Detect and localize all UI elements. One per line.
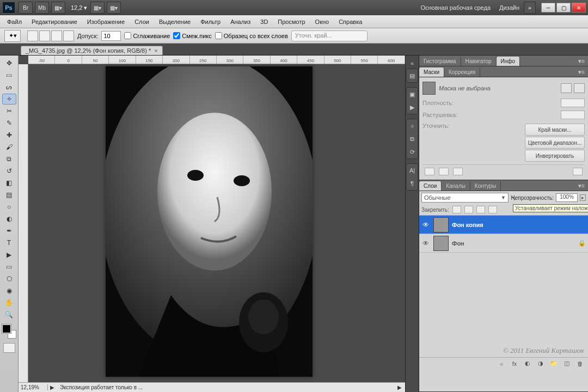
layer-name[interactable]: Фон копия bbox=[452, 222, 483, 228]
status-zoom[interactable]: 12,19% bbox=[19, 384, 48, 390]
panel-menu-icon[interactable]: ▾≡ bbox=[575, 57, 588, 66]
menu-3d[interactable]: 3D bbox=[255, 19, 273, 25]
workspace-expand-button[interactable]: » bbox=[524, 2, 536, 14]
panel-menu-icon[interactable]: ▾≡ bbox=[575, 181, 588, 191]
gradient-tool[interactable]: ▤ bbox=[2, 189, 16, 200]
opacity-flyout-icon[interactable]: ▸ bbox=[580, 194, 586, 201]
pen-tool[interactable]: ✒ bbox=[2, 225, 16, 236]
lock-position-icon[interactable] bbox=[476, 206, 485, 213]
pixel-mask-button[interactable] bbox=[561, 83, 572, 93]
tab-navigator[interactable]: Навигатор bbox=[461, 57, 497, 66]
clone-stamp-tool[interactable]: ⧉ bbox=[2, 154, 16, 164]
type-tool[interactable]: T bbox=[2, 237, 16, 248]
contiguous-checkbox[interactable]: Смеж.пикс bbox=[173, 32, 211, 39]
history-panel-icon[interactable]: ▤ bbox=[408, 71, 416, 80]
history-brush-tool[interactable]: ↺ bbox=[2, 166, 16, 176]
apply-mask-icon[interactable] bbox=[439, 168, 449, 175]
lock-transparency-icon[interactable] bbox=[452, 206, 461, 213]
tab-correction[interactable]: Коррекция bbox=[444, 68, 480, 77]
tab-histogram[interactable]: Гистограмма bbox=[419, 57, 461, 66]
link-layers-icon[interactable]: ⟐ bbox=[497, 359, 506, 368]
minimize-button[interactable]: ─ bbox=[541, 3, 555, 13]
healing-brush-tool[interactable]: ✚ bbox=[2, 130, 16, 140]
blur-tool[interactable]: ○ bbox=[2, 201, 16, 212]
menu-window[interactable]: Окно bbox=[310, 19, 334, 25]
brush-tool[interactable]: 🖌 bbox=[2, 142, 16, 152]
marquee-tool[interactable]: ▭ bbox=[2, 70, 16, 81]
menu-filter[interactable]: Фильтр bbox=[195, 19, 225, 25]
visibility-icon[interactable]: 👁 bbox=[421, 239, 430, 248]
new-selection-button[interactable] bbox=[27, 30, 38, 41]
move-tool[interactable]: ✥ bbox=[2, 58, 16, 69]
hand-tool[interactable]: ✋ bbox=[2, 297, 16, 308]
invert-button[interactable]: Инвертировать bbox=[525, 150, 585, 162]
workspace-main[interactable]: Основная рабочая среда bbox=[416, 4, 495, 11]
minibridge-button[interactable]: Mb bbox=[35, 2, 49, 14]
quick-mask-button[interactable] bbox=[3, 343, 15, 353]
3d-camera-tool[interactable]: ◉ bbox=[2, 285, 16, 296]
view-extras-button[interactable]: ▦▾ bbox=[90, 2, 105, 14]
brush-panel-icon[interactable]: ⟐ bbox=[408, 121, 416, 130]
tab-layers[interactable]: Слои bbox=[419, 181, 442, 191]
magic-wand-tool[interactable]: ✧ bbox=[2, 94, 16, 105]
menu-help[interactable]: Справка bbox=[334, 19, 367, 25]
antialias-checkbox[interactable]: Сглаживание bbox=[124, 32, 170, 39]
add-selection-button[interactable] bbox=[39, 30, 50, 41]
arrange-docs-button[interactable]: ▦▾ bbox=[51, 2, 65, 14]
tool-preset-icon[interactable]: ✦▾ bbox=[4, 30, 21, 42]
subtract-selection-button[interactable] bbox=[51, 30, 62, 41]
shape-tool[interactable]: ▭ bbox=[2, 261, 16, 272]
mask-edge-button[interactable]: Край маски... bbox=[525, 124, 585, 136]
paragraph-panel-icon[interactable]: ¶ bbox=[408, 179, 416, 188]
menu-file[interactable]: Файл bbox=[2, 19, 27, 25]
eraser-tool[interactable]: ◧ bbox=[2, 177, 16, 188]
menu-view[interactable]: Просмотр bbox=[273, 19, 310, 25]
delete-layer-icon[interactable]: 🗑 bbox=[575, 359, 585, 368]
eyedropper-tool[interactable]: ✎ bbox=[2, 118, 16, 128]
delete-mask-icon[interactable] bbox=[573, 168, 583, 175]
zoom-tool[interactable]: 🔍 bbox=[2, 309, 16, 320]
color-range-button[interactable]: Цветовой диапазон... bbox=[525, 137, 585, 149]
feather-input[interactable] bbox=[561, 111, 585, 119]
screen-mode-button[interactable]: ▦▾ bbox=[107, 2, 121, 14]
blend-mode-dropdown[interactable]: Обычные▼ bbox=[421, 193, 509, 203]
path-select-tool[interactable]: ▶ bbox=[2, 249, 16, 260]
group-icon[interactable]: 📁 bbox=[549, 359, 559, 368]
lock-all-icon[interactable] bbox=[488, 206, 497, 213]
menu-layer[interactable]: Слои bbox=[130, 19, 154, 25]
close-tab-icon[interactable]: × bbox=[154, 47, 157, 54]
panel-menu-icon[interactable]: ▾≡ bbox=[575, 68, 588, 77]
layer-name[interactable]: Фон bbox=[452, 240, 464, 247]
menu-image[interactable]: Изображение bbox=[82, 19, 130, 25]
layer-style-icon[interactable]: fx bbox=[510, 359, 519, 368]
dodge-tool[interactable]: ◐ bbox=[2, 213, 16, 224]
menu-analysis[interactable]: Анализ bbox=[225, 19, 255, 25]
layer-row[interactable]: 👁 Фон 🔒 bbox=[419, 234, 588, 253]
intersect-selection-button[interactable] bbox=[63, 30, 74, 41]
character-panel-icon[interactable]: A| bbox=[408, 166, 416, 175]
clone-panel-icon[interactable]: ⧉ bbox=[408, 134, 416, 143]
tolerance-input[interactable] bbox=[101, 31, 121, 41]
tab-paths[interactable]: Контуры bbox=[470, 181, 501, 191]
lock-pixels-icon[interactable] bbox=[464, 206, 473, 213]
all-layers-checkbox[interactable]: Образец со всех слоев bbox=[215, 32, 288, 39]
play-icon[interactable]: ▶ bbox=[408, 103, 416, 112]
panel-expand-icon[interactable]: « bbox=[408, 59, 416, 68]
tab-masks[interactable]: Маски bbox=[419, 68, 444, 77]
layer-row[interactable]: 👁 Фон копия bbox=[419, 216, 588, 234]
document-tab[interactable]: _MG_4735.jpg @ 12,2% (Фон копия, RGB/8) … bbox=[21, 46, 163, 55]
tab-info[interactable]: Инфо bbox=[497, 57, 520, 66]
3d-tool[interactable]: ⬡ bbox=[2, 273, 16, 284]
refine-edge-button[interactable]: Уточн. край... bbox=[291, 30, 367, 41]
actions-panel-icon[interactable]: ▣ bbox=[408, 90, 416, 99]
crop-tool[interactable]: ✂ bbox=[2, 106, 16, 117]
menu-edit[interactable]: Редактирование bbox=[27, 19, 82, 25]
new-layer-icon[interactable]: ◫ bbox=[562, 359, 572, 368]
tab-channels[interactable]: Каналы bbox=[442, 181, 470, 191]
tool-presets-icon[interactable]: ⟳ bbox=[408, 148, 416, 156]
document-canvas[interactable] bbox=[106, 66, 313, 377]
workspace-design[interactable]: Дизайн bbox=[495, 4, 524, 11]
lasso-tool[interactable]: ᔕ bbox=[2, 82, 16, 93]
color-swatches[interactable] bbox=[2, 324, 16, 339]
visibility-icon[interactable]: 👁 bbox=[421, 220, 430, 229]
